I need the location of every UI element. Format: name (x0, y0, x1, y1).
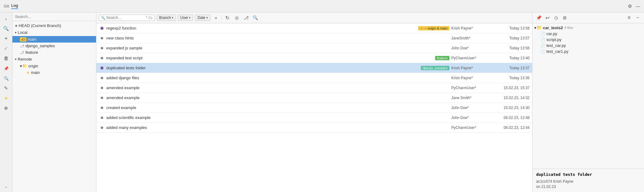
commit-author: John Doe* (451, 106, 492, 110)
commit-search-box[interactable]: 🔍 * Cc (99, 15, 155, 21)
minimize-icon[interactable]: — (636, 3, 640, 9)
commit-message: duplicated tests folder (105, 66, 421, 70)
more-filters-button[interactable]: » (212, 14, 220, 21)
commit-row[interactable]: regexp2 function→→ origin & mainKrish Pa… (96, 23, 532, 33)
commit-date: 06.02.23, 12:48 (492, 116, 532, 120)
main-layout: ‹ 🔍 + ✓ 🗑 📌 🔍 ✎ ★ ⊕ » ◆ HEAD (Current Br… (0, 12, 644, 192)
commit-date: Today 13:56 (492, 46, 532, 50)
main-branch-tag: 🏷 (20, 37, 26, 42)
more-tools[interactable]: » (5, 185, 7, 189)
star-button[interactable]: ★ (2, 94, 11, 103)
commit-message: created example (105, 105, 451, 110)
commit-row[interactable]: added many examplesPyCharmUser*06.02.23,… (96, 123, 532, 133)
commits-search-button[interactable]: 🔍 (252, 14, 259, 21)
right-undo-icon[interactable]: ↩ (544, 14, 551, 21)
head-icon: ◆ (15, 24, 17, 28)
commit-row[interactable]: expanded test scriptfeaturePyCharmUser*T… (96, 53, 532, 63)
sidebar-tree: ◆ HEAD (Current Branch) ▾ Local 🏷 main ⎇… (12, 21, 96, 192)
commit-author: Krish Payne* (451, 26, 492, 30)
commit-author: PyCharmUser* (451, 86, 492, 90)
commit-message: expanded test script (105, 56, 435, 60)
right-sort-icon[interactable]: ≡ (625, 14, 633, 21)
sidebar-item-origin[interactable]: ▾ 📁 origin (12, 63, 96, 69)
graph-dot (99, 97, 105, 99)
sidebar-item-feature[interactable]: ⎇ feature (12, 49, 96, 56)
pin-button[interactable]: 📌 (2, 64, 11, 73)
commit-date: Today 13:37 (492, 66, 532, 70)
add-circle-button[interactable]: ⊕ (2, 104, 11, 112)
commit-message: amended example (105, 85, 451, 90)
remote-chevron-icon: ▾ (15, 57, 16, 61)
file-item[interactable]: 📄car.py (534, 31, 642, 37)
local-chevron-icon: ▾ (15, 31, 16, 34)
user-filter[interactable]: User ▾ (178, 15, 193, 21)
back-button[interactable]: ‹ (2, 14, 11, 23)
sidebar-search-box[interactable] (12, 12, 96, 21)
commit-author: PyCharmUser* (451, 56, 492, 60)
commit-author: PyCharmUser* (451, 126, 492, 130)
graph-dot (99, 66, 105, 70)
branch-badge: django_samples (421, 66, 449, 70)
commit-author: John Doe* (451, 46, 492, 50)
sidebar-search-input[interactable] (15, 14, 94, 19)
commit-search-input[interactable] (106, 16, 145, 20)
file-item[interactable]: 📄test_car.py (534, 43, 642, 48)
commit-row[interactable]: expanded js sampleJohn Doe*Today 13:56 (96, 43, 532, 53)
regex-label[interactable]: * (146, 16, 147, 20)
date-filter[interactable]: Date ▾ (195, 15, 210, 21)
graph-dot (99, 57, 105, 59)
commit-date: 06.02.23, 12:44 (492, 126, 532, 130)
delete-button[interactable]: 🗑 (2, 54, 11, 63)
case-label[interactable]: Cc (149, 16, 153, 20)
commit-detail: duplicated tests folder ac1cc074 Krish P… (532, 169, 644, 192)
user-filter-chevron: ▾ (189, 16, 191, 19)
log-tab[interactable]: Log (11, 3, 18, 9)
sidebar-item-main[interactable]: 🏷 main (12, 36, 96, 43)
search-button[interactable]: 🔍 (2, 24, 11, 33)
graph-dot (99, 27, 105, 30)
edit-button[interactable]: ✎ (2, 84, 11, 93)
right-layout-icon[interactable]: ⊞ (561, 14, 568, 21)
commit-row[interactable]: added scientific exampleJohn Doe*06.02.2… (96, 113, 532, 123)
check-button[interactable]: ✓ (2, 44, 11, 53)
commits-table: regexp2 function→→ origin & mainKrish Pa… (96, 23, 532, 192)
folder-chevron-icon: ▾ (534, 25, 536, 30)
commit-row[interactable]: added django filesKrish Payne*Today 13:3… (96, 73, 532, 83)
title-bar: Git: Log ⚙ — (0, 0, 644, 12)
file-icon: 📄 (540, 38, 545, 42)
file-folder[interactable]: ▾📁car_tests24 files (534, 25, 642, 30)
branch-badge: feature (435, 56, 449, 60)
commit-row[interactable]: created exampleJohn Doe*15.02.23, 14:30 (96, 103, 532, 113)
right-panel: 📌 ↩ ◷ ⊞ ≡ − ▾📁car_tests24 files📄car.py📄s… (532, 12, 644, 192)
right-pin-icon[interactable]: 📌 (535, 14, 542, 21)
right-collapse-icon[interactable]: − (634, 14, 642, 21)
commit-row[interactable]: new class hintsJaneSmith*Today 13:57 (96, 33, 532, 43)
commit-message: amended example (105, 95, 451, 100)
file-item[interactable]: 📄script.py (534, 37, 642, 43)
commit-row[interactable]: amended exampleJane Smith*15.02.23, 14:3… (96, 93, 532, 103)
branch-filter[interactable]: Branch ▾ (157, 15, 176, 21)
sidebar-item-django-samples[interactable]: ⎇ django_samples (12, 43, 96, 49)
terminal-button[interactable]: ◎ (233, 14, 241, 21)
commit-badges: django_samples (421, 66, 449, 70)
file-name: test_car.py (546, 43, 566, 48)
gear-icon[interactable]: ⚙ (628, 3, 632, 9)
commit-badges: →→ origin & main (418, 26, 449, 30)
commit-message: added django files (105, 75, 451, 80)
file-name: car.py (546, 31, 557, 36)
right-history-icon[interactable]: ◷ (552, 14, 560, 21)
sidebar-section-local[interactable]: ▾ Local (12, 29, 96, 36)
sidebar-item-origin-main[interactable]: ★ main (12, 69, 96, 76)
refresh-button[interactable]: ↻ (224, 14, 231, 21)
commit-message: expanded js sample (105, 46, 451, 50)
commit-row[interactable]: duplicated tests folderdjango_samplesKri… (96, 63, 532, 73)
find-button[interactable]: 🔍 (2, 74, 11, 83)
merge-button[interactable]: ⎇ (242, 14, 250, 21)
file-item[interactable]: 📄test_car1.py (534, 48, 642, 54)
commit-date: Today 13:40 (492, 56, 532, 60)
commit-author: John Doe* (451, 116, 492, 120)
commit-row[interactable]: amended examplePyCharmUser*15.02.23, 15:… (96, 83, 532, 93)
add-button[interactable]: + (2, 34, 11, 43)
sidebar-section-remote[interactable]: ▾ Remote (12, 56, 96, 63)
sidebar-item-head[interactable]: ◆ HEAD (Current Branch) (12, 22, 96, 29)
